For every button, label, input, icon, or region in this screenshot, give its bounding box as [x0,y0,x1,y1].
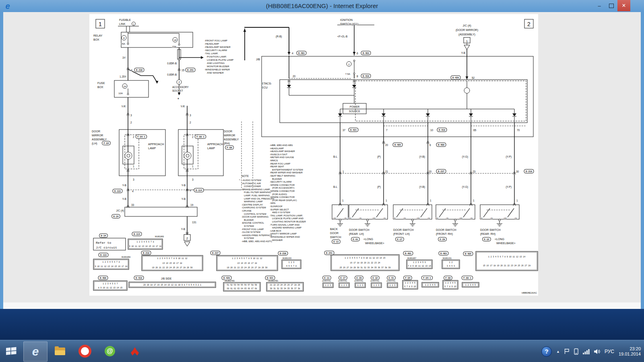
connector-ref-label: E-17 [397,239,402,241]
diagram-dashed-box [125,135,139,169]
connector-pin-row: 4 5 6 7 8 [286,265,297,267]
connector-ref-label: D-419 [363,75,369,78]
diagram-box [262,56,533,137]
opera-icon [78,345,91,358]
diagram-label: SWITCH (IG1) [340,23,359,26]
taskbar-item-mitsubishi-ewd[interactable] [123,341,147,361]
diagram-label: 37 [343,129,346,132]
diagram-list-line: BUZZER [272,178,282,180]
diagram-list-line: MONITOR BUZZER [207,65,229,68]
diagram-label: BOX [93,38,99,41]
minimize-button[interactable]: – [593,0,605,11]
diagram-label: 0.85R-B [167,73,177,76]
diagram-label: WHEELBASE> [365,242,384,245]
connector-ref-label: F-09-1 [463,277,471,280]
diagram-list-line: -SUNROOF [270,205,283,208]
diagram-label: 3 [190,114,191,117]
terminal-icon [127,154,130,157]
taskbar-item-file-explorer[interactable] [48,341,72,361]
connector-pinbox [93,281,127,290]
diagram-list-line: -USB BOX [270,230,281,232]
diagram-list-line: (FOR AUDIO) [272,193,287,195]
diagram-label: J/B SIDE [161,277,172,280]
diagram-label: ON [470,217,473,219]
action-center-flag-icon[interactable] [564,348,570,354]
taskbar-item-internet-explorer[interactable]: e [23,341,47,362]
terminal-icon [178,44,180,45]
diagram-list-line: ENTERTAINMENT SYSTEM [272,169,303,171]
diagram-box [393,205,432,219]
diagram-list-line: -CENTRE DISPLAY [242,204,263,206]
diagram-list-line: -FRONT FOG LAMP [204,39,227,42]
connector-ref-label: D-219 [143,252,149,255]
diagram-label: (MU801536) [338,280,347,282]
window-border-left [0,12,3,309]
connector-ref-label: D-241 [187,69,194,72]
ground-icon [499,219,501,221]
diagram-label: 4 [190,189,191,192]
diagram-label: 65 [473,129,477,132]
connector-pin-row: 1 2 3 4 5 6 7 8 [102,261,120,263]
diagram-label: 6 [429,144,431,146]
diagram-label: 25A [121,43,125,45]
network-signal-icon[interactable] [583,349,590,354]
connector-pin-row: 1 2 3 [357,284,363,286]
diagram-list-line: -ENGINE CONTROL [242,222,264,224]
diagram-wire [337,208,343,217]
windows-logo-icon [6,347,17,356]
taskbar-item-opera[interactable] [73,341,97,361]
language-indicator[interactable]: РУС [605,349,614,354]
connector-pin-row: 9 10 11 12 13 14 15 16 17 18 [129,245,162,247]
at-sign-icon: @ [105,346,115,356]
connector-pinbox [407,260,432,269]
diagram-list-line: HAZARD WARNING LAMP [272,226,301,229]
diagram-list-line: -DOOR AJAR WARNING [242,216,268,218]
device-icon[interactable] [574,348,578,355]
connector-pin-row: 1 2 3 [341,284,347,286]
arrowhead-icon [201,56,204,59]
connector-ref-label: D-421 [267,277,273,280]
diagram-label: ON [344,217,347,219]
diagram-label: 15A [172,45,176,48]
arrowhead-icon [156,81,159,84]
close-button[interactable]: × [617,0,630,11]
connector-ref-label: E-41 [353,239,358,241]
diagram-label: J/C (4) [463,24,471,27]
show-hidden-icons-button[interactable]: ▲ [556,350,560,354]
start-button[interactable] [1,341,22,361]
diagram-list-line: POSITION LAMP, [207,55,227,58]
connector-pinbox [223,282,260,291]
connector-ref-label: D-401 [298,52,305,55]
diode-icon [512,113,516,116]
diagram-label: ON [490,217,493,219]
connector-pin-row: 6 7 8 9 10 [405,286,416,288]
connector-ref-label: D-403 [363,52,369,55]
diagram-label: BACK [330,228,338,230]
connector-ref-label: D-419 [136,277,142,280]
connector-pin-row: 25 26 27 28 29 30 31 32 33 34 35 36 37 3… [340,267,391,269]
diagram-label: 7 [386,129,388,132]
help-icon[interactable]: ? [541,346,552,357]
diagram-label: 4 [292,52,293,55]
diagram-list-line: -WINDSHIELD WIPER AND [270,236,300,238]
connector-pinbox [93,259,129,269]
diagram-list-line: -METER AND GAUGE [270,156,294,158]
diagram-label: (Y-P) [506,185,512,189]
diagram-label: LAMP [148,147,156,150]
connector-pin-row: 8 9 10 11 12 13 14 15 [98,287,123,289]
diagram-label: 131 [192,221,196,224]
clock[interactable]: 23:20 19.01.2014 [619,346,641,357]
diagram-list-line: FUEL FILTER WARNING [244,191,271,193]
taskbar-item-mail-agent[interactable]: @ [98,341,122,361]
connector-pin-row: 15 16 17 18 19 20 21 22 23 24 25 26 27 2… [483,265,530,267]
connector-pin-row: 9 10 11 12 13 14 15 16 17 18 [95,265,128,267]
diagram-label: 2 [133,136,134,138]
window-title: (HBB08E16AC00ENG) - Internet Explorer [0,0,644,12]
diagram-label: Y-B [182,197,186,200]
volume-icon[interactable] [594,349,600,354]
diagram-label: <LONG [363,238,373,241]
maximize-button[interactable] [605,0,617,11]
diagram-box [182,146,193,164]
diagram-list-line: (FOR REAR DISPLAY) [272,199,297,202]
connector-ref-label: D-401 [405,253,411,255]
